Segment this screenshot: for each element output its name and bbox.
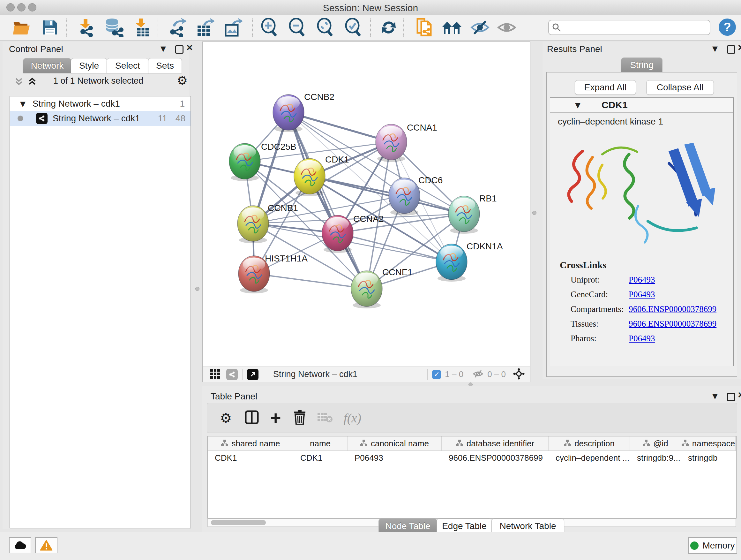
- network-row[interactable]: String Network – cdk1 11 48: [10, 111, 191, 126]
- crosslink-link[interactable]: P06493: [629, 275, 655, 285]
- column-header--id[interactable]: @id: [630, 436, 681, 450]
- network-node-CCNE1[interactable]: [351, 271, 382, 308]
- selected-indicator-checkbox[interactable]: ✓: [432, 370, 441, 379]
- table-cell[interactable]: stringdb:9...: [630, 453, 681, 463]
- memory-button[interactable]: Memory: [688, 537, 737, 554]
- table-panel-float-icon[interactable]: [727, 393, 735, 401]
- column-header-description[interactable]: description: [549, 436, 630, 450]
- network-options-gear-icon[interactable]: ⚙: [177, 73, 188, 87]
- network-node-CDKN1A[interactable]: [436, 244, 467, 282]
- table-panel-close-icon[interactable]: ×: [738, 391, 741, 398]
- warnings-button[interactable]: [35, 537, 57, 553]
- export-network-icon[interactable]: [166, 18, 187, 37]
- cloud-status-button[interactable]: [9, 537, 31, 553]
- results-panel-close-icon[interactable]: ×: [738, 44, 741, 51]
- table-options-gear-icon[interactable]: ⚙: [220, 410, 232, 426]
- control-panel-close-icon[interactable]: ×: [186, 44, 193, 51]
- export-table-icon[interactable]: [195, 18, 215, 37]
- network-node-RB1[interactable]: [448, 196, 480, 234]
- table-cell[interactable]: cyclin–dependent ...: [549, 453, 630, 463]
- table-cell[interactable]: 9606.ENSP00000378699: [442, 453, 549, 463]
- delete-column-trash-icon[interactable]: [293, 410, 306, 426]
- gene-header-row[interactable]: ▼ CDK1: [550, 98, 733, 113]
- network-node-CCNB1[interactable]: [238, 206, 269, 243]
- collapse-all-networks-icon[interactable]: [27, 77, 37, 87]
- zoom-fit-icon[interactable]: [315, 18, 335, 37]
- table-cell[interactable]: stringdb: [681, 453, 736, 463]
- control-panel-menu-icon[interactable]: ▼: [160, 45, 166, 53]
- table-cell[interactable]: CDK1: [293, 453, 347, 463]
- create-column-plus-icon[interactable]: +: [270, 412, 281, 424]
- crosslink-link[interactable]: 9606.ENSP00000378699: [629, 304, 717, 314]
- column-header-canonical-name[interactable]: canonical name: [347, 436, 442, 450]
- network-selection-summary: 1 of 1 Network selected: [51, 76, 146, 86]
- hide-selected-eye-icon[interactable]: [470, 18, 490, 37]
- zoom-in-icon[interactable]: [259, 18, 280, 37]
- grid-mode-icon[interactable]: [210, 368, 220, 381]
- expand-all-networks-icon[interactable]: [14, 77, 23, 87]
- tab-network[interactable]: Network: [23, 58, 71, 73]
- crosslink-link[interactable]: 9606.ENSP00000378699: [629, 319, 717, 329]
- network-node-CDC25B[interactable]: [229, 143, 260, 181]
- network-node-CCNB2[interactable]: [273, 95, 304, 132]
- control-panel-float-icon[interactable]: [175, 45, 184, 54]
- gene-collapse-icon[interactable]: ▼: [575, 101, 581, 109]
- table-panel-menu-icon[interactable]: ▼: [712, 392, 718, 400]
- show-all-eye-icon[interactable]: [496, 18, 517, 37]
- tab-network-table[interactable]: Network Table: [491, 518, 564, 534]
- save-session-icon[interactable]: [40, 18, 60, 37]
- open-session-icon[interactable]: [11, 18, 32, 37]
- table-panel-title: Table Panel: [211, 391, 257, 401]
- crosslink-link[interactable]: P06493: [629, 290, 655, 300]
- expand-all-button[interactable]: Expand All: [575, 80, 636, 95]
- table-row[interactable]: CDK1CDK1P064939606.ENSP00000378699cyclin…: [208, 451, 736, 464]
- tab-style[interactable]: Style: [71, 58, 107, 73]
- tab-sets[interactable]: Sets: [148, 58, 182, 73]
- search-field[interactable]: [548, 20, 711, 35]
- network-node-CCNA1[interactable]: [376, 124, 407, 162]
- collection-expand-icon[interactable]: ▼: [20, 100, 25, 108]
- column-header-shared-name[interactable]: shared name: [208, 436, 293, 450]
- zoom-out-icon[interactable]: [287, 18, 307, 37]
- tab-select[interactable]: Select: [107, 58, 149, 73]
- main-toolbar: ?: [0, 15, 741, 41]
- tab-edge-table[interactable]: Edge Table: [436, 518, 492, 534]
- column-header-label: name: [310, 439, 331, 449]
- network-collection-row[interactable]: ▼ String Network – cdk1 1: [10, 97, 191, 111]
- tab-node-table[interactable]: Node Table: [379, 518, 437, 534]
- annotations-icon[interactable]: [414, 18, 434, 37]
- results-panel-float-icon[interactable]: [727, 45, 735, 54]
- zoom-selected-icon[interactable]: [343, 18, 363, 37]
- left-splitter-grip[interactable]: [195, 287, 199, 291]
- scrollbar-thumb[interactable]: [211, 520, 266, 525]
- export-image-icon[interactable]: [223, 18, 243, 37]
- crosslink-link[interactable]: P06493: [629, 334, 655, 344]
- protein-structure-image: [552, 130, 731, 258]
- tab-string[interactable]: String: [621, 57, 663, 72]
- results-panel-menu-icon[interactable]: ▼: [712, 45, 718, 53]
- help-icon[interactable]: ?: [719, 18, 736, 36]
- column-header-name[interactable]: name: [293, 436, 347, 450]
- import-table-icon[interactable]: [131, 18, 152, 37]
- network-node-CDC6[interactable]: [389, 178, 420, 215]
- column-header-namespace[interactable]: namespace: [681, 436, 736, 450]
- network-canvas[interactable]: CCNB2CCNA1CDC25BCDK1CDC6RB1CCNB1CCNA2CDK…: [203, 42, 530, 367]
- first-neighbors-icon[interactable]: [442, 18, 462, 37]
- memory-label: Memory: [702, 541, 735, 551]
- right-splitter-grip[interactable]: [532, 211, 536, 215]
- network-edge-HIST1H1A-CCNE1[interactable]: [254, 273, 367, 289]
- refresh-icon[interactable]: [379, 18, 399, 37]
- table-cell[interactable]: CDK1: [208, 453, 293, 463]
- toolbar-separator: [66, 18, 67, 37]
- collapse-all-button[interactable]: Collapse All: [646, 80, 714, 95]
- network-view-share-icon[interactable]: [226, 369, 238, 380]
- show-columns-icon[interactable]: [245, 410, 259, 426]
- search-input[interactable]: [563, 22, 706, 33]
- import-network-icon[interactable]: [75, 18, 96, 37]
- pan-crosshair-icon[interactable]: [513, 368, 525, 381]
- import-database-icon[interactable]: [104, 18, 124, 37]
- table-cell[interactable]: P06493: [347, 453, 442, 463]
- column-header-database-identifier[interactable]: database identifier: [442, 436, 549, 450]
- node-label-CCNA2: CCNA2: [353, 214, 384, 224]
- birds-eye-view-icon[interactable]: [247, 369, 259, 380]
